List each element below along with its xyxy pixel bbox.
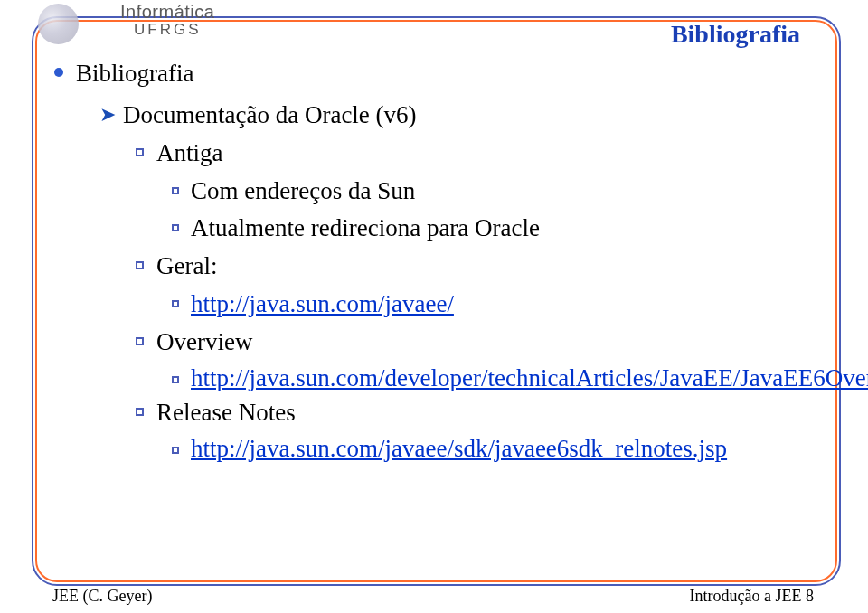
slide-title: Bibliografia [671,20,800,49]
logo-text: Informática UFRGS [120,2,214,39]
square-bullet-icon [136,337,144,345]
lvl4-text-redir: Atualmente redireciona para Oracle [191,210,540,248]
slide-content: Bibliografia ➤ Documentação da Oracle (v… [54,50,814,465]
small-square-bullet-icon [172,300,179,307]
square-bullet-icon [136,148,144,156]
lvl3-text-overview: Overview [156,324,252,362]
small-square-bullet-icon [172,224,179,231]
logo-line2: UFRGS [134,21,202,39]
bullet-lvl4-redir: Atualmente redireciona para Oracle [172,210,814,248]
bullet-lvl1: Bibliografia [54,55,814,93]
lvl2-text: Documentação da Oracle (v6) [123,97,417,135]
small-square-bullet-icon [172,376,179,383]
small-square-bullet-icon [172,187,179,194]
slide-footer: JEE (C. Geyer) Introdução a JEE 8 [52,587,814,606]
square-bullet-icon [136,261,144,269]
bullet-lvl4-link-relnotes: http://java.sun.com/javaee/sdk/javaee6sd… [172,432,814,465]
bullet-lvl3-geral: Geral: [136,248,814,286]
link-relnotes[interactable]: http://java.sun.com/javaee/sdk/javaee6sd… [191,432,727,465]
logo-area: Informática UFRGS [38,0,214,44]
footer-left: JEE (C. Geyer) [52,587,152,606]
lvl3-text-relnotes: Release Notes [156,394,296,432]
bullet-lvl3-relnotes: Release Notes [136,394,814,432]
lvl4-text-sun: Com endereços da Sun [191,173,415,211]
bullet-lvl4-sun: Com endereços da Sun [172,173,814,211]
footer-right: Introdução a JEE 8 [690,587,814,606]
arrow-bullet-icon: ➤ [99,97,116,133]
bullet-lvl3-overview: Overview [136,324,814,362]
link-javaee[interactable]: http://java.sun.com/javaee/ [191,286,454,324]
lvl3-text-antiga: Antiga [156,135,223,173]
small-square-bullet-icon [172,447,179,454]
logo-line1: Informática [120,2,214,23]
bullet-lvl3-antiga: Antiga [136,135,814,173]
square-bullet-icon [136,408,144,416]
logo-globe-icon [38,4,79,44]
lvl3-text-geral: Geral: [156,248,217,286]
bullet-lvl4-link-overview: http://java.sun.com/developer/technicalA… [172,362,814,394]
bullet-lvl4-link-javaee: http://java.sun.com/javaee/ [172,286,814,324]
link-overview[interactable]: http://java.sun.com/developer/technicalA… [191,362,868,394]
circle-bullet-icon [54,68,63,77]
lvl1-text: Bibliografia [76,55,193,93]
bullet-lvl2: ➤ Documentação da Oracle (v6) [99,97,814,135]
